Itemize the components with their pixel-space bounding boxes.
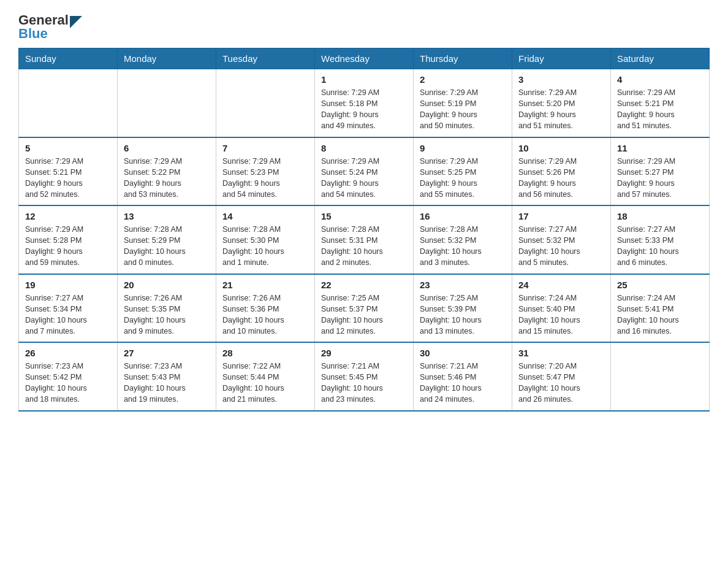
calendar-cell: 22Sunrise: 7:25 AM Sunset: 5:37 PM Dayli…	[315, 274, 414, 343]
calendar-day-header: Thursday	[414, 48, 512, 69]
day-info: Sunrise: 7:29 AM Sunset: 5:25 PM Dayligh…	[420, 156, 506, 201]
calendar-cell: 23Sunrise: 7:25 AM Sunset: 5:39 PM Dayli…	[414, 274, 512, 343]
calendar-cell: 31Sunrise: 7:20 AM Sunset: 5:47 PM Dayli…	[512, 342, 611, 411]
calendar-cell: 17Sunrise: 7:27 AM Sunset: 5:32 PM Dayli…	[512, 205, 611, 274]
calendar-cell: 19Sunrise: 7:27 AM Sunset: 5:34 PM Dayli…	[19, 274, 118, 343]
calendar-cell: 18Sunrise: 7:27 AM Sunset: 5:33 PM Dayli…	[611, 205, 710, 274]
day-info: Sunrise: 7:25 AM Sunset: 5:37 PM Dayligh…	[321, 293, 407, 337]
day-number: 26	[25, 348, 111, 358]
day-number: 12	[25, 211, 111, 221]
calendar-cell: 8Sunrise: 7:29 AM Sunset: 5:24 PM Daylig…	[315, 137, 414, 206]
day-number: 1	[321, 74, 407, 85]
day-info: Sunrise: 7:29 AM Sunset: 5:26 PM Dayligh…	[518, 156, 604, 201]
day-info: Sunrise: 7:29 AM Sunset: 5:20 PM Dayligh…	[518, 87, 604, 132]
calendar-cell: 3Sunrise: 7:29 AM Sunset: 5:20 PM Daylig…	[512, 69, 611, 137]
day-info: Sunrise: 7:29 AM Sunset: 5:24 PM Dayligh…	[321, 156, 407, 201]
day-info: Sunrise: 7:29 AM Sunset: 5:23 PM Dayligh…	[222, 156, 308, 201]
calendar-cell: 4Sunrise: 7:29 AM Sunset: 5:21 PM Daylig…	[611, 69, 710, 137]
day-info: Sunrise: 7:29 AM Sunset: 5:28 PM Dayligh…	[25, 224, 111, 269]
calendar-cell: 25Sunrise: 7:24 AM Sunset: 5:41 PM Dayli…	[611, 274, 710, 343]
day-number: 27	[124, 348, 210, 358]
calendar-week-row: 5Sunrise: 7:29 AM Sunset: 5:21 PM Daylig…	[19, 137, 710, 206]
logo: General Blue	[18, 12, 82, 42]
calendar-cell: 9Sunrise: 7:29 AM Sunset: 5:25 PM Daylig…	[414, 137, 512, 206]
day-number: 3	[518, 74, 604, 85]
day-info: Sunrise: 7:20 AM Sunset: 5:47 PM Dayligh…	[518, 361, 604, 405]
day-number: 14	[222, 211, 308, 221]
svg-marker-0	[70, 16, 82, 28]
calendar-day-header: Tuesday	[216, 48, 315, 69]
day-number: 2	[420, 74, 506, 85]
day-number: 19	[25, 280, 111, 290]
day-number: 6	[124, 143, 210, 153]
day-number: 5	[25, 143, 111, 153]
day-number: 23	[420, 280, 506, 290]
day-info: Sunrise: 7:25 AM Sunset: 5:39 PM Dayligh…	[420, 293, 506, 337]
day-info: Sunrise: 7:24 AM Sunset: 5:41 PM Dayligh…	[617, 293, 703, 337]
calendar-table: SundayMondayTuesdayWednesdayThursdayFrid…	[18, 48, 710, 412]
day-number: 28	[222, 348, 308, 358]
calendar-day-header: Sunday	[19, 48, 118, 69]
day-number: 15	[321, 211, 407, 221]
calendar-day-header: Saturday	[611, 48, 710, 69]
day-number: 10	[518, 143, 604, 153]
day-number: 4	[617, 74, 703, 85]
day-number: 11	[617, 143, 703, 153]
day-info: Sunrise: 7:28 AM Sunset: 5:30 PM Dayligh…	[222, 224, 308, 269]
day-number: 24	[518, 280, 604, 290]
calendar-cell	[216, 69, 315, 137]
calendar-day-header: Friday	[512, 48, 611, 69]
calendar-cell: 11Sunrise: 7:29 AM Sunset: 5:27 PM Dayli…	[611, 137, 710, 206]
day-info: Sunrise: 7:23 AM Sunset: 5:43 PM Dayligh…	[124, 361, 210, 405]
day-info: Sunrise: 7:28 AM Sunset: 5:31 PM Dayligh…	[321, 224, 407, 269]
calendar-cell: 16Sunrise: 7:28 AM Sunset: 5:32 PM Dayli…	[414, 205, 512, 274]
logo-blue: Blue	[18, 26, 48, 42]
day-number: 17	[518, 211, 604, 221]
day-info: Sunrise: 7:21 AM Sunset: 5:46 PM Dayligh…	[420, 361, 506, 405]
calendar-cell: 5Sunrise: 7:29 AM Sunset: 5:21 PM Daylig…	[19, 137, 118, 206]
calendar-cell: 26Sunrise: 7:23 AM Sunset: 5:42 PM Dayli…	[19, 342, 118, 411]
calendar-cell: 15Sunrise: 7:28 AM Sunset: 5:31 PM Dayli…	[315, 205, 414, 274]
calendar-cell: 10Sunrise: 7:29 AM Sunset: 5:26 PM Dayli…	[512, 137, 611, 206]
calendar-day-header: Wednesday	[315, 48, 414, 69]
day-info: Sunrise: 7:29 AM Sunset: 5:21 PM Dayligh…	[25, 156, 111, 201]
calendar-cell: 30Sunrise: 7:21 AM Sunset: 5:46 PM Dayli…	[414, 342, 512, 411]
calendar-cell: 14Sunrise: 7:28 AM Sunset: 5:30 PM Dayli…	[216, 205, 315, 274]
calendar-week-row: 19Sunrise: 7:27 AM Sunset: 5:34 PM Dayli…	[19, 274, 710, 343]
calendar-week-row: 1Sunrise: 7:29 AM Sunset: 5:18 PM Daylig…	[19, 69, 710, 137]
day-number: 25	[617, 280, 703, 290]
day-info: Sunrise: 7:29 AM Sunset: 5:22 PM Dayligh…	[124, 156, 210, 201]
calendar-cell: 13Sunrise: 7:28 AM Sunset: 5:29 PM Dayli…	[118, 205, 216, 274]
calendar-cell: 27Sunrise: 7:23 AM Sunset: 5:43 PM Dayli…	[118, 342, 216, 411]
page-header: General Blue	[18, 12, 710, 42]
day-info: Sunrise: 7:26 AM Sunset: 5:36 PM Dayligh…	[222, 293, 308, 337]
day-number: 20	[124, 280, 210, 290]
day-info: Sunrise: 7:29 AM Sunset: 5:19 PM Dayligh…	[420, 87, 506, 132]
day-info: Sunrise: 7:28 AM Sunset: 5:32 PM Dayligh…	[420, 224, 506, 269]
day-number: 31	[518, 348, 604, 358]
day-number: 7	[222, 143, 308, 153]
calendar-cell	[118, 69, 216, 137]
day-number: 22	[321, 280, 407, 290]
calendar-cell: 2Sunrise: 7:29 AM Sunset: 5:19 PM Daylig…	[414, 69, 512, 137]
calendar-cell	[611, 342, 710, 411]
day-number: 8	[321, 143, 407, 153]
day-number: 13	[124, 211, 210, 221]
day-info: Sunrise: 7:27 AM Sunset: 5:34 PM Dayligh…	[25, 293, 111, 337]
calendar-cell: 20Sunrise: 7:26 AM Sunset: 5:35 PM Dayli…	[118, 274, 216, 343]
calendar-header-row: SundayMondayTuesdayWednesdayThursdayFrid…	[19, 48, 710, 69]
day-info: Sunrise: 7:26 AM Sunset: 5:35 PM Dayligh…	[124, 293, 210, 337]
day-number: 30	[420, 348, 506, 358]
day-info: Sunrise: 7:28 AM Sunset: 5:29 PM Dayligh…	[124, 224, 210, 269]
day-info: Sunrise: 7:24 AM Sunset: 5:40 PM Dayligh…	[518, 293, 604, 337]
day-number: 18	[617, 211, 703, 221]
day-info: Sunrise: 7:29 AM Sunset: 5:27 PM Dayligh…	[617, 156, 703, 201]
calendar-cell: 6Sunrise: 7:29 AM Sunset: 5:22 PM Daylig…	[118, 137, 216, 206]
day-info: Sunrise: 7:29 AM Sunset: 5:21 PM Dayligh…	[617, 87, 703, 132]
day-number: 16	[420, 211, 506, 221]
calendar-cell: 12Sunrise: 7:29 AM Sunset: 5:28 PM Dayli…	[19, 205, 118, 274]
day-info: Sunrise: 7:23 AM Sunset: 5:42 PM Dayligh…	[25, 361, 111, 405]
day-number: 9	[420, 143, 506, 153]
day-info: Sunrise: 7:27 AM Sunset: 5:33 PM Dayligh…	[617, 224, 703, 269]
calendar-cell: 29Sunrise: 7:21 AM Sunset: 5:45 PM Dayli…	[315, 342, 414, 411]
